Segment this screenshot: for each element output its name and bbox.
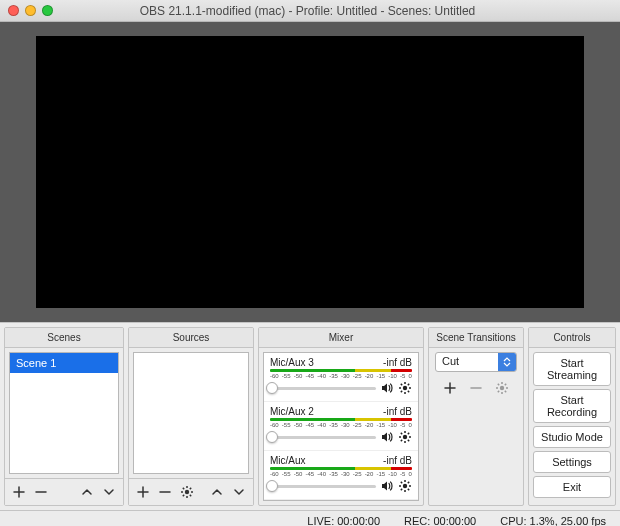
tick-label: -40 bbox=[317, 422, 326, 428]
svg-point-36 bbox=[500, 386, 504, 390]
status-rec: REC: 00:00:00 bbox=[404, 515, 476, 526]
tick-label: -15 bbox=[376, 471, 385, 477]
status-cpu: CPU: 1.3%, 25.00 fps bbox=[500, 515, 606, 526]
status-live: LIVE: 00:00:00 bbox=[307, 515, 380, 526]
meter-ticks: -60-55-50-45-40-35-30-25-20-15-10-50 bbox=[270, 471, 412, 477]
svg-line-6 bbox=[190, 495, 191, 496]
source-down-button[interactable] bbox=[229, 482, 249, 502]
speaker-icon[interactable] bbox=[380, 479, 394, 493]
channel-name: Mic/Aux bbox=[270, 455, 306, 466]
tick-label: -20 bbox=[365, 471, 374, 477]
exit-button[interactable]: Exit bbox=[533, 476, 611, 498]
tick-label: -30 bbox=[341, 471, 350, 477]
scenes-panel: Scenes Scene 1 bbox=[4, 327, 124, 506]
transitions-panel: Scene Transitions Cut bbox=[428, 327, 524, 506]
mixer-channel: Mic/Aux 2 -inf dB -60-55-50-45-40-35-30-… bbox=[264, 402, 418, 451]
transitions-body: Cut bbox=[429, 348, 523, 402]
tick-label: -60 bbox=[270, 422, 279, 428]
transitions-header: Scene Transitions bbox=[429, 328, 523, 348]
tick-label: 0 bbox=[409, 422, 412, 428]
svg-line-34 bbox=[401, 489, 402, 490]
scenes-list[interactable]: Scene 1 bbox=[9, 352, 119, 474]
tick-label: -60 bbox=[270, 373, 279, 379]
tick-label: -10 bbox=[388, 373, 397, 379]
slider-thumb[interactable] bbox=[266, 431, 278, 443]
source-settings-button[interactable] bbox=[177, 482, 197, 502]
svg-line-44 bbox=[505, 384, 506, 385]
svg-line-8 bbox=[190, 488, 191, 489]
tick-label: -50 bbox=[294, 422, 303, 428]
tick-label: -40 bbox=[317, 471, 326, 477]
tick-label: -45 bbox=[305, 373, 314, 379]
svg-line-25 bbox=[401, 440, 402, 441]
status-bar: LIVE: 00:00:00 REC: 00:00:00 CPU: 1.3%, … bbox=[0, 510, 620, 526]
add-source-button[interactable] bbox=[133, 482, 153, 502]
channel-name: Mic/Aux 2 bbox=[270, 406, 314, 417]
add-scene-button[interactable] bbox=[9, 482, 29, 502]
sources-header: Sources bbox=[129, 328, 253, 348]
controls-body: Start Streaming Start Recording Studio M… bbox=[529, 348, 615, 502]
add-transition-button[interactable] bbox=[440, 378, 460, 398]
tick-label: -35 bbox=[329, 373, 338, 379]
controls-panel: Controls Start Streaming Start Recording… bbox=[528, 327, 616, 506]
mixer-list: Mic/Aux 3 -inf dB -60-55-50-45-40-35-30-… bbox=[263, 352, 419, 501]
transition-settings-button[interactable] bbox=[492, 378, 512, 398]
tick-label: -10 bbox=[388, 471, 397, 477]
studio-mode-button[interactable]: Studio Mode bbox=[533, 426, 611, 448]
scenes-header: Scenes bbox=[5, 328, 123, 348]
tick-label: -45 bbox=[305, 422, 314, 428]
tick-label: -35 bbox=[329, 422, 338, 428]
tick-label: -5 bbox=[400, 373, 405, 379]
mixer-channel: Mic/Aux -inf dB -60-55-50-45-40-35-30-25… bbox=[264, 451, 418, 500]
svg-line-35 bbox=[408, 482, 409, 483]
remove-source-button[interactable] bbox=[155, 482, 175, 502]
settings-button[interactable]: Settings bbox=[533, 451, 611, 473]
vu-meter bbox=[270, 369, 412, 372]
scene-down-button[interactable] bbox=[99, 482, 119, 502]
speaker-icon[interactable] bbox=[380, 381, 394, 395]
transition-select[interactable]: Cut bbox=[435, 352, 517, 372]
remove-scene-button[interactable] bbox=[31, 482, 51, 502]
tick-label: -55 bbox=[282, 471, 291, 477]
svg-line-41 bbox=[498, 384, 499, 385]
source-up-button[interactable] bbox=[207, 482, 227, 502]
video-preview[interactable] bbox=[36, 36, 584, 308]
svg-line-17 bbox=[408, 384, 409, 385]
tick-label: -30 bbox=[341, 373, 350, 379]
tick-label: -25 bbox=[353, 422, 362, 428]
channel-settings-icon[interactable] bbox=[398, 430, 412, 444]
scene-up-button[interactable] bbox=[77, 482, 97, 502]
select-arrows-icon bbox=[498, 353, 516, 371]
volume-slider[interactable] bbox=[270, 485, 376, 488]
svg-line-42 bbox=[505, 391, 506, 392]
remove-transition-button[interactable] bbox=[466, 378, 486, 398]
sources-list[interactable] bbox=[133, 352, 249, 474]
svg-point-0 bbox=[185, 490, 189, 494]
tick-label: -60 bbox=[270, 471, 279, 477]
slider-thumb[interactable] bbox=[266, 382, 278, 394]
meter-ticks: -60-55-50-45-40-35-30-25-20-15-10-50 bbox=[270, 373, 412, 379]
tick-label: -25 bbox=[353, 471, 362, 477]
svg-line-16 bbox=[401, 391, 402, 392]
channel-level: -inf dB bbox=[383, 357, 412, 368]
svg-line-15 bbox=[408, 391, 409, 392]
svg-line-26 bbox=[408, 433, 409, 434]
speaker-icon[interactable] bbox=[380, 430, 394, 444]
tick-label: -20 bbox=[365, 422, 374, 428]
tick-label: 0 bbox=[409, 471, 412, 477]
tick-label: -20 bbox=[365, 373, 374, 379]
volume-slider[interactable] bbox=[270, 387, 376, 390]
tick-label: -15 bbox=[376, 422, 385, 428]
meter-ticks: -60-55-50-45-40-35-30-25-20-15-10-50 bbox=[270, 422, 412, 428]
tick-label: -50 bbox=[294, 471, 303, 477]
start-recording-button[interactable]: Start Recording bbox=[533, 389, 611, 423]
channel-settings-icon[interactable] bbox=[398, 479, 412, 493]
tick-label: -5 bbox=[400, 471, 405, 477]
volume-slider[interactable] bbox=[270, 436, 376, 439]
start-streaming-button[interactable]: Start Streaming bbox=[533, 352, 611, 386]
channel-settings-icon[interactable] bbox=[398, 381, 412, 395]
svg-line-23 bbox=[401, 433, 402, 434]
slider-thumb[interactable] bbox=[266, 480, 278, 492]
scene-item[interactable]: Scene 1 bbox=[10, 353, 118, 373]
svg-point-18 bbox=[403, 435, 407, 439]
